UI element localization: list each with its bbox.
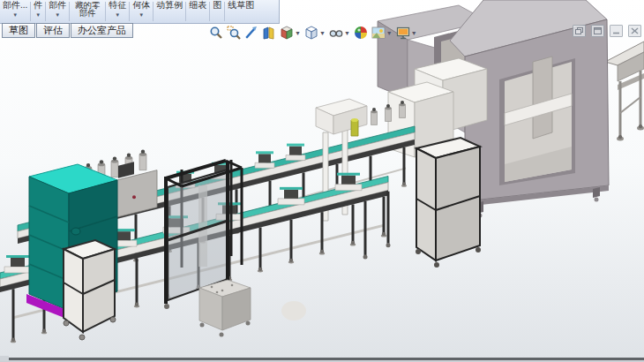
hide-show-items-icon[interactable]: ▼ — [328, 26, 351, 40]
cage-panel — [168, 170, 228, 300]
document-window-controls — [573, 25, 641, 37]
cmd-button-label: 部件 — [49, 1, 66, 10]
cmd-button-10[interactable]: 线草图 — [225, 0, 257, 23]
model-white-cabinet-front[interactable] — [64, 240, 116, 340]
status-bar-left-chip — [0, 356, 9, 361]
cmd-button-8[interactable]: 细表 — [186, 0, 209, 23]
command-manager-ribbon: 部件...▼件▼部件▼藏的零部件特征▼何体▼动算例细表图线草图 — [0, 0, 280, 24]
window-minimize-icon[interactable] — [610, 25, 623, 37]
cmd-button-label: 特征 — [109, 1, 126, 10]
graphics-area[interactable]: ▼▼▼▼▼ — [0, 0, 644, 362]
display-style-icon[interactable]: ▼ — [303, 26, 326, 40]
model-outfeed-conveyor[interactable] — [605, 41, 644, 141]
apply-scene-icon[interactable]: ▼ — [371, 26, 393, 40]
cmd-button-label: 件 — [34, 1, 42, 10]
cmd-button-label: 动算例 — [156, 1, 183, 10]
dropdown-arrow-icon[interactable]: ▼ — [139, 12, 144, 18]
previous-view-icon[interactable] — [243, 26, 259, 40]
edit-appearance-icon[interactable] — [353, 26, 369, 40]
window-restore-icon[interactable] — [573, 25, 586, 37]
cmd-button-5[interactable]: 特征▼ — [106, 0, 129, 23]
cmd-button-label: 藏的零部件 — [72, 1, 102, 17]
dropdown-arrow-icon[interactable]: ▼ — [386, 30, 393, 36]
dropdown-arrow-icon[interactable]: ▼ — [35, 12, 41, 18]
model-back-stations[interactable] — [81, 99, 406, 226]
dropdown-arrow-icon[interactable]: ▼ — [295, 30, 301, 36]
cmd-button-label: 何体 — [132, 1, 150, 10]
cmd-button-1[interactable]: 部件...▼ — [0, 0, 30, 23]
view-settings-icon[interactable]: ▼ — [395, 26, 418, 40]
cmd-button-label: 部件... — [3, 1, 27, 10]
cmd-button-4[interactable]: 藏的零部件 — [70, 0, 105, 23]
model-rack-cabinet[interactable] — [416, 138, 481, 268]
cmd-button-label: 图 — [213, 1, 221, 10]
command-manager-tabs: 草图评估办公室产品 — [2, 23, 133, 38]
dropdown-arrow-icon[interactable]: ▼ — [55, 12, 60, 18]
cmd-button-3[interactable]: 部件▼ — [46, 0, 69, 23]
tab-1[interactable]: 草图 — [2, 23, 35, 38]
cmd-button-2[interactable]: 件▼ — [31, 0, 45, 23]
model-control-box[interactable] — [199, 280, 251, 337]
cmd-button-6[interactable]: 何体▼ — [130, 0, 153, 23]
dropdown-arrow-icon[interactable]: ▼ — [344, 30, 350, 36]
dropdown-arrow-icon[interactable]: ▼ — [411, 30, 417, 36]
dropdown-arrow-icon[interactable]: ▼ — [12, 12, 18, 18]
dropdown-arrow-icon[interactable]: ▼ — [115, 12, 120, 18]
cmd-button-label: 细表 — [189, 1, 206, 10]
tab-2[interactable]: 评估 — [36, 23, 70, 38]
window-close-icon[interactable] — [628, 25, 641, 37]
cmd-button-9[interactable]: 图 — [210, 0, 224, 23]
window-maximize-icon[interactable] — [591, 25, 604, 37]
dropdown-arrow-icon[interactable]: ▼ — [319, 30, 326, 36]
zoom-to-fit-icon[interactable] — [208, 26, 224, 40]
section-view-icon[interactable] — [261, 26, 277, 40]
view-orientation-icon[interactable]: ▼ — [279, 26, 302, 40]
zoom-to-area-icon[interactable] — [226, 26, 242, 40]
cmd-button-label: 线草图 — [228, 1, 254, 10]
cmd-button-7[interactable]: 动算例 — [154, 0, 185, 23]
assembly-3d-model[interactable] — [0, 0, 644, 362]
tab-3[interactable]: 办公室产品 — [71, 23, 133, 38]
heads-up-toolbar: ▼▼▼▼▼ — [208, 26, 420, 40]
yellow-cylinder — [351, 120, 358, 136]
